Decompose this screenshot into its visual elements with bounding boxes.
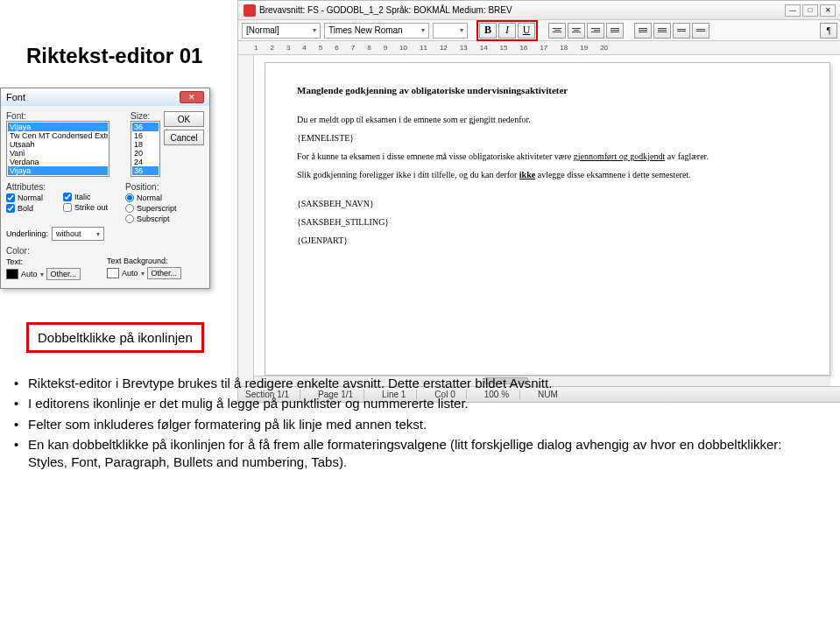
doc-p4: Slik godkjenning foreligger ikke i ditt … [297,169,798,180]
strikeout-checkbox[interactable]: Strike out [63,203,108,212]
dialog-close-button[interactable]: ✕ [180,91,204,103]
minimize-button[interactable]: — [785,4,801,17]
list-item[interactable]: Utsaah [8,140,108,149]
bullet-item: Felter som inkluderes følger formatering… [9,416,805,433]
bullet-item: Riktekst-editor i Brevtype brukes til å … [9,375,805,392]
list-item[interactable]: Verdana [8,158,108,166]
list-item[interactable]: Vijaya [8,123,108,131]
bullet-item: En kan dobbeltklikke på ikonlinjen for å… [9,436,805,472]
list-item[interactable]: Vijaya [8,166,108,175]
font-dialog-title: Font [6,92,25,102]
vertical-ruler[interactable] [238,55,254,386]
slide-title: Riktekst-editor 01 [26,44,202,68]
font-select[interactable]: Times New Roman▾ [324,23,429,39]
list-item[interactable]: 20 [132,149,159,158]
cancel-button[interactable]: Cancel [164,130,204,145]
normal-checkbox[interactable]: Normal [6,193,46,202]
editor-titlebar: Brevavsnitt: FS - GODOBL_1_2 Språk: BOKM… [238,1,840,20]
underline-button[interactable]: U [518,23,535,39]
italic-button[interactable]: I [498,23,516,39]
horizontal-ruler[interactable]: 1234567891011121314151617181920 [238,41,840,55]
list-item[interactable]: 18 [132,140,159,149]
font-listbox[interactable]: Vijaya Tw Cen MT Condensed Extra Bold Ut… [6,121,109,177]
underlining-label: Underlining: [6,229,48,238]
font-dialog: Font ✕ Font: Vijaya Tw Cen MT Condensed … [0,88,210,289]
app-icon [244,4,256,17]
text-color-other[interactable]: Other... [46,268,81,280]
bold-checkbox[interactable]: Bold [6,204,46,213]
bg-color-swatch[interactable] [107,268,119,278]
list-item[interactable]: 36 [132,123,159,131]
size-select[interactable]: ▾ [433,23,468,39]
align-justify-button[interactable] [606,23,624,39]
attributes-label: Attributes: [6,182,46,192]
align-left-button[interactable] [548,23,566,39]
align-center-button[interactable] [568,23,585,39]
size-listbox[interactable]: 36 16 18 20 24 36 [131,121,160,177]
text-color-swatch[interactable] [6,269,18,279]
underlining-select[interactable]: without▾ [52,227,104,241]
indent-button[interactable] [692,23,709,39]
bg-color-label: Text Background: [107,257,181,265]
font-label: Font: [6,111,127,121]
pilcrow-button[interactable]: ¶ [820,23,837,39]
position-sub-radio[interactable]: Subscript [125,215,177,223]
bold-button[interactable]: B [479,23,497,39]
style-select[interactable]: [Normal]▾ [242,23,321,39]
format-toolbar[interactable]: [Normal]▾ Times New Roman▾ ▾ B I U ¶ [238,20,840,41]
position-super-radio[interactable]: Superscript [125,204,177,213]
align-group [548,23,624,39]
numbered-list-button[interactable] [634,23,652,39]
font-dialog-titlebar: Font ✕ [1,88,209,106]
list-item[interactable]: Tw Cen MT Condensed Extra Bold [8,131,108,140]
align-right-button[interactable] [587,23,604,39]
bullet-list: Riktekst-editor i Brevtype brukes til å … [9,375,805,474]
italic-checkbox[interactable]: Italic [63,193,108,201]
bullet-item: I editorens ikonlinje er det mulig å leg… [9,395,805,412]
color-label: Color: [6,246,81,256]
close-button[interactable]: ✕ [820,4,836,17]
list-item[interactable]: 24 [132,158,159,166]
text-style-group: B I U [476,20,538,41]
size-label: Size: [131,111,160,121]
doc-p7: {GJENPART} [297,235,798,246]
outdent-button[interactable] [673,23,690,39]
maximize-button[interactable]: □ [802,4,818,17]
list-item[interactable]: Vani [8,149,108,158]
ok-button[interactable]: OK [164,111,204,127]
callout-note: Dobbeltklikke på ikonlinjen [26,322,204,353]
doc-heading: Manglende godkjenning av obligatoriske u… [297,84,798,96]
list-group [634,23,709,39]
window-title: Brevavsnitt: FS - GODOBL_1_2 Språk: BOKM… [259,5,512,15]
position-label: Position: [125,182,177,192]
text-color-label: Text: [6,257,81,266]
document-page[interactable]: Manglende godkjenning av obligatoriske u… [265,62,830,376]
list-item[interactable]: 36 [132,166,159,175]
doc-p3: For å kunne ta eksamen i disse emnene må… [297,151,798,162]
position-normal-radio[interactable]: Normal [125,193,177,202]
editor-window: Brevavsnitt: FS - GODOBL_1_2 Språk: BOKM… [237,0,840,403]
bullet-list-button[interactable] [653,23,671,39]
bg-color-other[interactable]: Other... [147,267,182,279]
doc-p1: Du er meldt opp til eksamen i de emnene … [297,114,798,125]
doc-p6: {SAKSBEH_STILLING} [297,216,798,228]
doc-p2: {EMNELISTE} [297,132,798,144]
doc-p5: {SAKSBEH_NAVN} [297,198,798,209]
list-item[interactable]: 16 [132,131,159,140]
